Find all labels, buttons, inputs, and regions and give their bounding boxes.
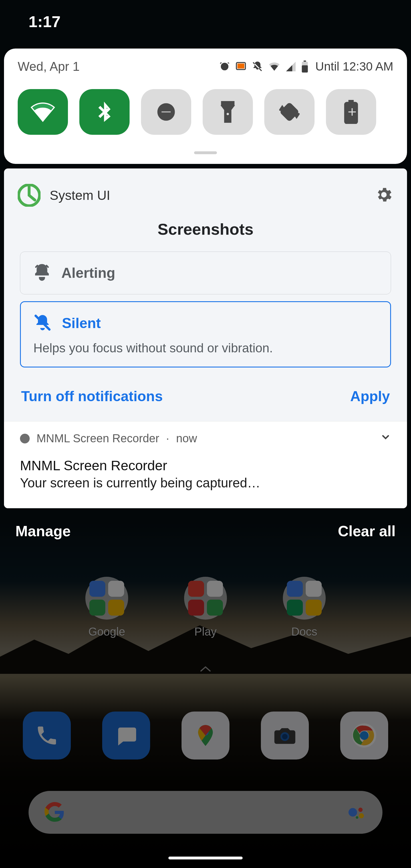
chevron-down-icon[interactable] xyxy=(380,432,391,445)
signal-icon xyxy=(285,61,296,72)
gear-icon[interactable] xyxy=(375,185,393,205)
svg-rect-12 xyxy=(304,61,306,62)
battery-icon xyxy=(301,61,309,72)
app-icon-dot xyxy=(20,434,30,443)
clear-all-button[interactable]: Clear all xyxy=(338,523,396,540)
gesture-nav-pill[interactable] xyxy=(168,857,243,860)
mute-icon xyxy=(251,61,263,72)
apply-button[interactable]: Apply xyxy=(350,388,390,405)
qs-expand-handle[interactable] xyxy=(194,151,217,154)
battery-until: Until 12:30 AM xyxy=(315,60,393,73)
svg-rect-14 xyxy=(302,65,308,72)
notification-body: Your screen is currently being captured… xyxy=(20,475,391,491)
notification-shade: Wed, Apr 1 Until 12:30 AM xyxy=(4,49,407,540)
cast-icon xyxy=(235,61,247,72)
notification-mnml[interactable]: MNML Screen Recorder · now MNML Screen R… xyxy=(4,421,407,508)
option-label: Silent xyxy=(62,315,101,332)
tile-wifi[interactable] xyxy=(18,89,68,135)
tile-battery-saver[interactable] xyxy=(326,89,376,135)
bell-icon xyxy=(33,263,51,283)
system-ui-app-icon xyxy=(18,184,40,207)
alarm-icon xyxy=(219,61,230,72)
tile-bluetooth[interactable] xyxy=(80,89,130,135)
svg-rect-17 xyxy=(221,102,234,106)
bell-off-icon xyxy=(33,313,52,333)
svg-rect-16 xyxy=(161,111,171,113)
qs-tiles xyxy=(18,89,393,135)
turn-off-notifications-button[interactable]: Turn off notifications xyxy=(21,388,163,405)
manage-button[interactable]: Manage xyxy=(15,523,71,540)
qs-header: Wed, Apr 1 Until 12:30 AM xyxy=(18,59,393,74)
option-desc: Helps you focus without sound or vibrati… xyxy=(33,341,378,355)
tile-dnd[interactable] xyxy=(141,89,191,135)
tile-autorotate[interactable] xyxy=(264,89,315,135)
option-alerting[interactable]: Alerting xyxy=(20,252,391,294)
status-icons: Until 12:30 AM xyxy=(219,60,393,73)
notification-channel-card: System UI Screenshots Alerting Silent He… xyxy=(4,168,407,508)
svg-point-18 xyxy=(226,112,229,116)
tile-flashlight[interactable] xyxy=(203,89,253,135)
notification-app: MNML Screen Recorder xyxy=(36,432,159,445)
notification-time: now xyxy=(176,432,197,445)
qs-date[interactable]: Wed, Apr 1 xyxy=(18,59,80,74)
notification-title: MNML Screen Recorder xyxy=(20,458,391,473)
svg-rect-19 xyxy=(281,103,298,121)
status-bar: 1:17 xyxy=(0,0,411,43)
shade-footer: Manage Clear all xyxy=(4,508,407,540)
option-label: Alerting xyxy=(61,265,115,281)
wifi-icon xyxy=(268,60,281,73)
notification-header: MNML Screen Recorder · now xyxy=(20,432,391,445)
status-clock: 1:17 xyxy=(29,12,61,31)
quick-settings-panel: Wed, Apr 1 Until 12:30 AM xyxy=(4,49,407,164)
svg-rect-11 xyxy=(238,64,245,69)
channel-title: Screenshots xyxy=(4,212,407,252)
channel-app-name: System UI xyxy=(50,188,110,203)
option-silent[interactable]: Silent Helps you focus without sound or … xyxy=(20,301,391,368)
